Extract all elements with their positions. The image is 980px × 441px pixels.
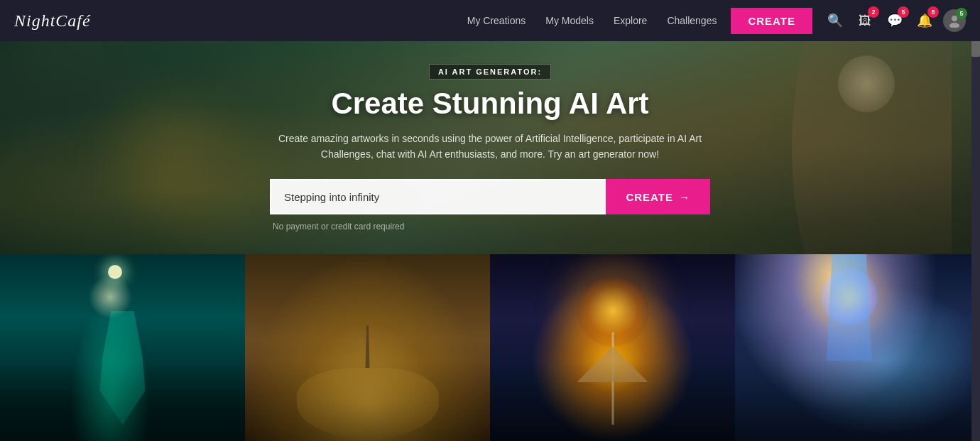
svg-point-1	[949, 23, 959, 28]
prompt-input[interactable]	[270, 179, 606, 214]
grid-item-2[interactable]: ♥ 5509 💬 373 🖼 4	[245, 254, 490, 441]
notification-icon-button[interactable]: 🔔 8	[913, 9, 936, 32]
hero-section: AI ART GENERATOR: Create Stunning AI Art…	[0, 41, 980, 254]
hero-content: AI ART GENERATOR: Create Stunning AI Art…	[256, 64, 724, 232]
nav-my-creations[interactable]: My Creations	[467, 15, 526, 26]
chat-icon-button[interactable]: 💬 5	[883, 9, 906, 32]
hero-tag: AI ART GENERATOR:	[429, 64, 551, 80]
create-button-hero[interactable]: CREATE →	[606, 179, 710, 214]
notification-badge: 8	[927, 6, 939, 18]
chat-badge: 5	[898, 6, 909, 18]
create-button-nav[interactable]: CREATE	[731, 8, 812, 34]
grid-overlay-1	[0, 254, 245, 441]
gallery-badge: 2	[868, 6, 879, 18]
grid-overlay-3	[490, 254, 735, 441]
nav-icons: 🔍 🖼 2 💬 5 🔔 8 5	[824, 9, 966, 32]
grid-item-1[interactable]: ♥ 5762 💬 335	[0, 254, 245, 441]
nav-challenges[interactable]: Challenges	[667, 15, 717, 26]
navbar: NightCafé My Creations My Models Explore…	[0, 0, 980, 41]
scrollbar[interactable]	[971, 0, 980, 441]
grid-item-4[interactable]: ♥ 5082 💬 450 🖼 2	[735, 254, 980, 441]
avatar-badge: 5	[956, 8, 967, 19]
create-arrow-icon: →	[679, 191, 690, 203]
app-logo[interactable]: NightCafé	[14, 11, 91, 31]
avatar-button[interactable]: 5	[943, 9, 966, 32]
hero-head-glow	[838, 55, 895, 112]
image-grid: ♥ 5762 💬 335 ♥ 5509	[0, 254, 980, 441]
gallery-icon-button[interactable]: 🖼 2	[854, 9, 876, 32]
hero-search-row: CREATE →	[270, 179, 710, 214]
hero-note: No payment or credit card required	[270, 222, 710, 232]
hero-title: Create Stunning AI Art	[270, 87, 710, 121]
nav-explore[interactable]: Explore	[614, 15, 647, 26]
grid-item-3[interactable]: ♥ 5215 💬 447 🖼 3	[490, 254, 735, 441]
search-icon: 🔍	[827, 13, 843, 28]
hero-figure	[682, 41, 980, 254]
nav-my-models[interactable]: My Models	[545, 15, 594, 26]
grid-overlay-4	[735, 254, 980, 441]
nav-links: My Creations My Models Explore Challenge…	[467, 15, 717, 26]
create-label: CREATE	[626, 191, 673, 203]
hero-subtitle: Create amazing artworks in seconds using…	[270, 131, 710, 163]
grid-overlay-2	[245, 254, 490, 441]
search-icon-button[interactable]: 🔍	[824, 9, 846, 32]
